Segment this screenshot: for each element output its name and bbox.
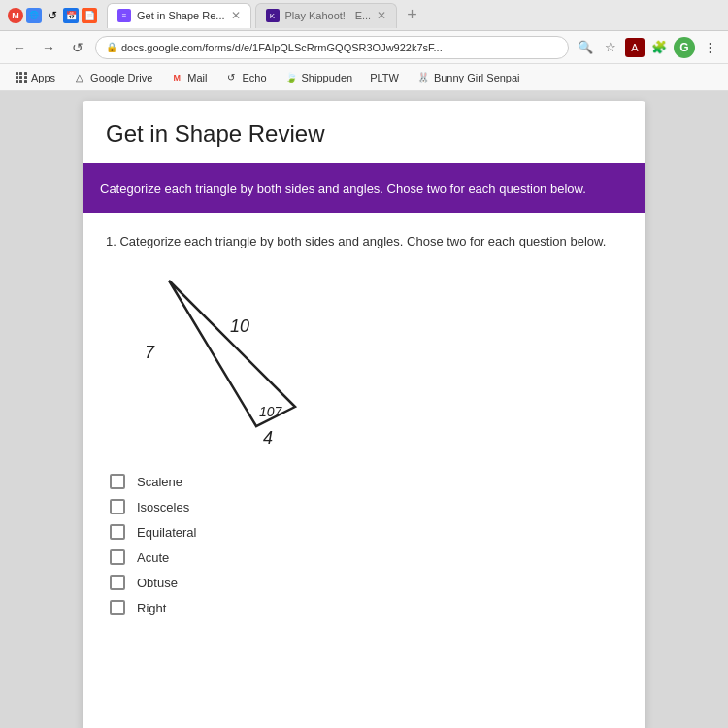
option-isosceles[interactable]: Isosceles — [110, 499, 622, 514]
apps-grid-icon — [16, 72, 27, 83]
bookmark-echo-label: Echo — [242, 72, 266, 83]
question-text: 1. Categorize each triangle by both side… — [106, 232, 622, 251]
angle-label: 107 — [259, 404, 283, 419]
bookmark-pltw[interactable]: PLTW — [362, 69, 407, 86]
reload-button[interactable]: ↺ — [66, 36, 89, 59]
bookmark-apps-label: Apps — [31, 72, 55, 83]
drive-icon: △ — [73, 71, 86, 84]
puzzle-icon[interactable]: 🧩 — [648, 37, 670, 58]
form-description-banner: Categorize each triangle by both sides a… — [83, 166, 645, 213]
checkbox-scalene[interactable] — [110, 474, 125, 489]
checkbox-isosceles[interactable] — [110, 499, 125, 514]
bookmark-shippuden-label: Shippuden — [302, 72, 353, 83]
bookmark-echo[interactable]: ↺ Echo — [216, 68, 274, 87]
checkbox-obtuse[interactable] — [110, 575, 125, 590]
shippuden-icon: 🍃 — [284, 71, 298, 84]
forward-button[interactable]: → — [37, 36, 60, 59]
question-number: 1. — [106, 234, 116, 248]
tab-close-btn[interactable]: ✕ — [231, 9, 241, 22]
side-left-label: 7 — [145, 343, 155, 362]
back-button[interactable]: ← — [8, 36, 31, 59]
question-body: Categorize each triangle by both sides a… — [119, 234, 606, 248]
extension-icon[interactable]: A — [625, 38, 645, 57]
option-acute[interactable]: Acute — [110, 549, 622, 565]
checkbox-equilateral[interactable] — [110, 524, 125, 540]
label-right: Right — [137, 601, 166, 615]
form-title-area: Get in Shape Review — [83, 101, 645, 166]
option-right[interactable]: Right — [110, 600, 622, 615]
search-icon[interactable]: 🔍 — [575, 37, 596, 58]
checkbox-acute[interactable] — [110, 549, 125, 565]
address-bar[interactable]: 🔒 docs.google.com/forms/d/e/1FAlpQLScRrm… — [95, 36, 569, 59]
address-text: docs.google.com/forms/d/e/1FAlpQLScRrmGQ… — [121, 42, 443, 53]
menu-icon[interactable]: ⋮ — [699, 37, 720, 58]
bookmark-gdrive[interactable]: △ Google Drive — [65, 68, 160, 87]
tab-kahoot-icon: K — [266, 9, 280, 22]
option-equilateral[interactable]: Equilateral — [110, 524, 622, 540]
docs-icon: 📄 — [82, 8, 97, 23]
bookmark-gdrive-label: Google Drive — [90, 72, 152, 83]
mail-icon: M — [170, 71, 183, 84]
g-icon: 🌐 — [26, 8, 42, 23]
lock-icon: 🔒 — [106, 42, 117, 52]
star-icon[interactable]: ☆ — [600, 37, 621, 58]
side-top-label: 10 — [230, 316, 249, 336]
bookmark-apps[interactable]: Apps — [8, 69, 63, 86]
browser-titlebar: M 🌐 ↺ 📅 📄 ≡ Get in Shape Re... ✕ K Play … — [0, 0, 728, 31]
bookmarks-bar: Apps △ Google Drive M Mail ↺ Echo 🍃 Ship… — [0, 64, 728, 91]
triangle-diagram: 7 10 107 4 — [116, 266, 622, 450]
checkbox-right[interactable] — [110, 600, 125, 615]
answer-options: Scalene Isosceles Equilateral Acute Obtu — [110, 474, 622, 615]
label-scalene: Scalene — [137, 475, 182, 489]
option-scalene[interactable]: Scalene — [110, 474, 622, 489]
tab-forms-icon: ≡ — [117, 9, 131, 22]
tab-close-btn-2[interactable]: ✕ — [377, 9, 386, 22]
form-page: Get in Shape Review Categorize each tria… — [83, 101, 645, 728]
option-obtuse[interactable]: Obtuse — [110, 575, 622, 590]
browser-toolbar: ← → ↺ 🔒 docs.google.com/forms/d/e/1FAlpQ… — [0, 31, 728, 64]
active-tab[interactable]: ≡ Get in Shape Re... ✕ — [107, 3, 251, 28]
page-wrapper: Get in Shape Review Categorize each tria… — [0, 91, 728, 728]
active-tab-label: Get in Shape Re... — [137, 10, 225, 21]
form-description-text: Categorize each triangle by both sides a… — [100, 182, 586, 196]
label-acute: Acute — [137, 550, 169, 565]
echo-icon: ↺ — [224, 71, 238, 84]
bunny-icon: 🐰 — [416, 71, 430, 84]
new-tab-button[interactable]: + — [401, 5, 423, 25]
bookmark-shippuden[interactable]: 🍃 Shippuden — [277, 68, 361, 87]
bookmark-gmail-label: Mail — [187, 72, 207, 83]
label-equilateral: Equilateral — [137, 525, 196, 540]
bookmark-bunny[interactable]: 🐰 Bunny Girl Senpai — [409, 68, 528, 87]
side-bottom-label: 4 — [263, 428, 273, 447]
form-title: Get in Shape Review — [106, 120, 622, 148]
refresh-icon[interactable]: ↺ — [45, 8, 60, 23]
bookmark-bunny-label: Bunny Girl Senpai — [434, 72, 520, 83]
triangle-svg: 7 10 107 4 — [116, 266, 319, 450]
bookmark-gmail[interactable]: M Mail — [162, 68, 215, 87]
form-body: 1. Categorize each triangle by both side… — [83, 213, 645, 636]
label-obtuse: Obtuse — [137, 576, 178, 590]
inactive-tab-label: Play Kahoot! - E... — [285, 10, 372, 21]
browser-chrome: M 🌐 ↺ 📅 📄 ≡ Get in Shape Re... ✕ K Play … — [0, 0, 728, 91]
label-isosceles: Isosceles — [137, 500, 189, 514]
profile-icon[interactable]: G — [674, 37, 695, 58]
calendar-icon: 📅 — [63, 8, 79, 23]
inactive-tab[interactable]: K Play Kahoot! - E... ✕ — [255, 3, 398, 28]
toolbar-icons: 🔍 ☆ A 🧩 G ⋮ — [575, 37, 720, 58]
bookmark-pltw-label: PLTW — [370, 72, 399, 83]
gmail-favicon: M — [8, 8, 23, 23]
